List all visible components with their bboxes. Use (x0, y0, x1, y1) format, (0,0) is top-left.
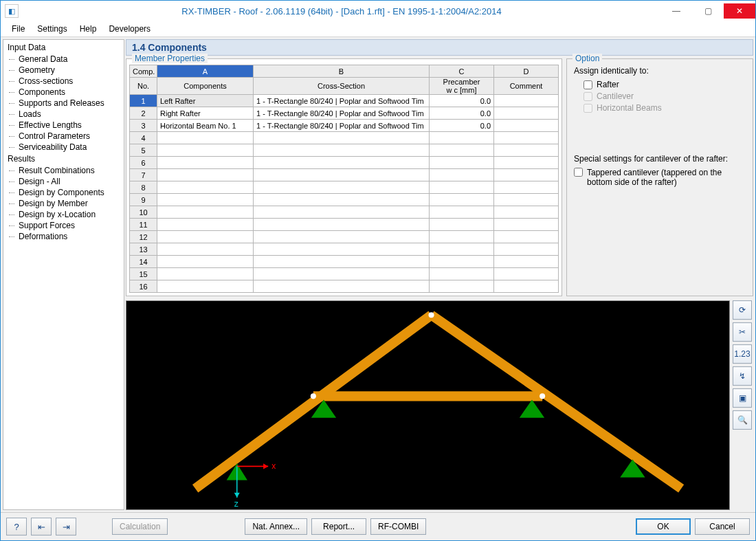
grid-rowhdr[interactable]: 2 (130, 107, 157, 120)
grid-cell[interactable] (494, 169, 559, 181)
grid-rowhdr[interactable]: 12 (130, 231, 157, 243)
close-button[interactable]: ✕ (724, 3, 755, 19)
grid-rowhdr[interactable]: 11 (130, 219, 157, 231)
grid-cell[interactable] (254, 219, 430, 231)
nav-item-design-member[interactable]: Design by Member (3, 198, 124, 209)
vp-tool-view-icon[interactable]: ▣ (733, 388, 752, 408)
nav-group-input[interactable]: Input Data (3, 41, 124, 54)
grid-cell[interactable] (494, 95, 559, 107)
grid-cell[interactable] (494, 120, 559, 132)
grid-cell[interactable]: 0.0 (430, 95, 494, 107)
grid-cell[interactable] (494, 219, 559, 231)
grid-head-C[interactable]: C (430, 65, 494, 78)
grid-cell[interactable] (430, 144, 494, 157)
nav-item-loads[interactable]: Loads (3, 109, 124, 120)
grid-cell[interactable] (157, 219, 254, 231)
nav-item-cross-sections[interactable]: Cross-sections (3, 76, 124, 87)
grid-cell[interactable] (430, 219, 494, 231)
rf-combi-button[interactable]: RF-COMBI (370, 518, 426, 535)
grid-cell[interactable] (157, 231, 254, 243)
grid-cell[interactable] (430, 194, 494, 206)
next-button[interactable]: ⇥ (56, 518, 76, 536)
grid-cell[interactable] (254, 169, 430, 181)
nat-annex-button[interactable]: Nat. Annex... (245, 518, 307, 535)
grid-cell[interactable] (494, 181, 559, 194)
nav-item-design-xloc[interactable]: Design by x-Location (3, 209, 124, 220)
nav-item-deformations[interactable]: Deformations (3, 231, 124, 242)
grid-cell[interactable] (157, 256, 254, 268)
nav-item-supports[interactable]: Supports and Releases (3, 98, 124, 109)
grid-cell[interactable]: 1 - T-Rectangle 80/240 | Poplar and Soft… (254, 107, 430, 120)
grid-cell[interactable] (494, 243, 559, 256)
menu-developers[interactable]: Developers (103, 23, 156, 35)
grid-cell[interactable] (157, 144, 254, 157)
grid-cell[interactable] (494, 107, 559, 120)
grid-cell[interactable]: 1 - T-Rectangle 80/240 | Poplar and Soft… (254, 120, 430, 132)
grid-cell[interactable]: Right Rafter (157, 107, 254, 120)
grid-rowhdr[interactable]: 8 (130, 181, 157, 194)
vp-tool-values-icon[interactable]: 1.23 (733, 344, 752, 364)
help-button[interactable]: ? (6, 518, 27, 536)
vp-tool-zoom-icon[interactable]: 🔍 (733, 410, 752, 430)
grid-cell[interactable] (157, 194, 254, 206)
minimize-button[interactable]: — (660, 3, 692, 19)
cancel-button[interactable]: Cancel (695, 518, 750, 535)
grid-cell[interactable] (494, 280, 559, 293)
grid-cell[interactable] (157, 280, 254, 293)
grid-rowhdr[interactable]: 3 (130, 120, 157, 132)
prev-button[interactable]: ⇤ (31, 518, 52, 536)
chk-rafter[interactable]: Rafter (583, 80, 746, 89)
grid-cell[interactable] (430, 206, 494, 219)
grid-cell[interactable] (430, 268, 494, 280)
grid-rowhdr[interactable]: 5 (130, 144, 157, 157)
grid-cell[interactable]: Horizontal Beam No. 1 (157, 120, 254, 132)
grid-cell[interactable] (254, 194, 430, 206)
grid-cell[interactable] (157, 181, 254, 194)
grid-rowhdr[interactable]: 10 (130, 206, 157, 219)
grid-cell[interactable] (157, 268, 254, 280)
grid-cell[interactable] (254, 181, 430, 194)
ok-button[interactable]: OK (636, 518, 691, 535)
menu-help[interactable]: Help (74, 23, 102, 35)
nav-item-result-combos[interactable]: Result Combinations (3, 165, 124, 176)
nav-item-general-data[interactable]: General Data (3, 54, 124, 65)
grid-cell[interactable]: 1 - T-Rectangle 80/240 | Poplar and Soft… (254, 95, 430, 107)
report-button[interactable]: Report... (311, 518, 366, 535)
grid-cell[interactable] (254, 256, 430, 268)
nav-item-eff-lengths[interactable]: Effective Lengths (3, 120, 124, 131)
grid-cell[interactable] (430, 157, 494, 169)
grid-cell[interactable] (254, 243, 430, 256)
grid-cell[interactable] (157, 157, 254, 169)
grid-cell[interactable] (494, 256, 559, 268)
nav-item-control-params[interactable]: Control Parameters (3, 131, 124, 142)
grid-rowhdr[interactable]: 15 (130, 268, 157, 280)
model-viewport[interactable]: x z (126, 300, 730, 510)
nav-item-design-all[interactable]: Design - All (3, 176, 124, 187)
vp-tool-cut-icon[interactable]: ✂ (733, 322, 752, 342)
grid-rowhdr[interactable]: 9 (130, 194, 157, 206)
menu-file[interactable]: File (6, 23, 30, 35)
chk-tapered[interactable]: Tappered cantilever (tappered on the bot… (574, 168, 746, 187)
grid-cell[interactable] (494, 231, 559, 243)
grid-head-D[interactable]: D (494, 65, 559, 78)
grid-rowhdr[interactable]: 7 (130, 169, 157, 181)
grid-cell[interactable] (157, 132, 254, 144)
grid-cell[interactable] (254, 280, 430, 293)
nav-item-serviceability[interactable]: Serviceability Data (3, 142, 124, 153)
grid-cell[interactable] (157, 169, 254, 181)
grid-head-A[interactable]: A (157, 65, 254, 78)
maximize-button[interactable]: ▢ (692, 3, 724, 19)
grid-cell[interactable]: 0.0 (430, 120, 494, 132)
grid-cell[interactable] (494, 157, 559, 169)
grid-cell[interactable] (430, 169, 494, 181)
grid-cell[interactable] (494, 132, 559, 144)
grid-cell[interactable] (494, 206, 559, 219)
grid-cell[interactable] (430, 243, 494, 256)
grid-rowhdr[interactable]: 6 (130, 157, 157, 169)
grid-head-B[interactable]: B (254, 65, 430, 78)
grid-cell[interactable] (254, 206, 430, 219)
nav-group-results[interactable]: Results (3, 153, 124, 165)
vp-tool-axes-icon[interactable]: ↯ (733, 366, 752, 386)
nav-item-design-components[interactable]: Design by Components (3, 187, 124, 198)
grid-cell[interactable] (254, 144, 430, 157)
